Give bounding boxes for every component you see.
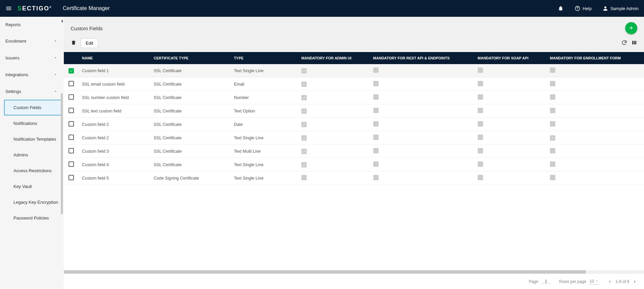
refresh-button[interactable] [621,40,627,47]
sidebar-item-enrollment[interactable]: Enrollment [0,33,64,49]
row-checkbox[interactable] [69,161,74,167]
plus-icon [628,25,634,32]
sidebar-item-label: Notifications [13,121,37,126]
sidebar-collapse-button[interactable] [60,19,64,23]
page-input[interactable] [541,279,551,284]
row-checkbox[interactable] [69,68,74,74]
mandatory-indicator [550,121,555,127]
sidebar-subitem-notifications[interactable]: Notifications [0,115,64,131]
table-row[interactable]: Custom field 1SSL CertificateText Single… [64,64,644,78]
table-row[interactable]: Custom field 3SSL CertificateText Multi … [64,145,644,158]
table-row[interactable]: Custom field 5Code Signing CertificateTe… [64,172,644,185]
col-mandatory-rest[interactable]: MANDATORY FOR REST API & ENDPOINTS [370,52,474,64]
chevron-down-icon [52,55,58,61]
cell-mandatory-admin [298,118,370,131]
mandatory-indicator [301,149,307,154]
sidebar-item-label: Settings [5,89,21,94]
sidebar-subitem-notification-templates[interactable]: Notification Templates [0,131,64,147]
sidebar-item-integrations[interactable]: Integrations [0,66,64,83]
sidebar-subitem-key-vault[interactable]: Key Vault [0,179,64,194]
mandatory-indicator [373,67,379,73]
row-checkbox[interactable] [69,148,74,153]
sidebar: Reports Enrollment Issuers Integrations … [0,17,64,289]
col-mandatory-admin[interactable]: MANDATORY FOR ADMIN UI [298,52,370,64]
mandatory-indicator [478,135,483,140]
cell-cert-type: SSL Certificate [151,158,231,172]
row-checkbox[interactable] [69,81,74,86]
table-row[interactable]: Custom field 2SSL CertificateText Single… [64,131,644,145]
mandatory-indicator [301,108,307,114]
col-mandatory-soap[interactable]: MANDATORY FOR SOAP API [474,52,547,64]
prev-page-button[interactable] [607,279,612,284]
table-row[interactable]: SSL email custom fieldSSL CertificateEma… [64,78,644,91]
cell-mandatory-rest [370,78,474,91]
col-name[interactable]: NAME [79,52,151,64]
row-checkbox[interactable] [69,135,74,140]
horizontal-scrollbar-track[interactable] [64,270,644,274]
cell-mandatory-enroll [547,118,644,131]
columns-button[interactable] [631,40,637,47]
cell-mandatory-soap [474,104,547,118]
mandatory-indicator [373,161,379,167]
row-checkbox[interactable] [69,94,74,100]
mandatory-indicator [373,175,379,180]
sidebar-subitem-admins[interactable]: Admins [0,147,64,163]
col-mandatory-enroll[interactable]: MANDATORY FOR ENROLLMENT FORM [547,52,644,64]
sidebar-item-reports[interactable]: Reports [0,17,64,33]
svg-rect-4 [634,41,635,45]
sidebar-item-label: Access Restrictions [13,168,51,173]
hamburger-menu-button[interactable] [5,5,12,12]
cell-mandatory-soap [474,158,547,172]
cell-mandatory-enroll [547,78,644,91]
cell-name: SSL text custom field [79,104,151,118]
sidebar-subitem-password-policies[interactable]: Password Policies [0,210,64,226]
rows-per-page-select[interactable]: 10 [589,278,599,285]
row-checkbox[interactable] [69,108,74,113]
page-title: Custom Fields [71,26,625,31]
notifications-button[interactable] [558,5,564,11]
cell-cert-type: Code Signing Certificate [151,172,231,185]
col-type[interactable]: TYPE [230,52,298,64]
sidebar-item-label: Issuers [5,55,19,60]
user-menu-button[interactable]: Sample Admin [602,5,639,11]
sidebar-subitem-legacy-key-encryption[interactable]: Legacy Key Encryption [0,194,64,210]
col-cert-type[interactable]: CERTIFICATE TYPE [151,52,231,64]
table-row[interactable]: SSL text custom fieldSSL CertificateText… [64,104,644,118]
table-row[interactable]: SSL number custom fieldSSL CertificateNu… [64,91,644,104]
mandatory-indicator [373,135,379,140]
sidebar-subitem-custom-fields[interactable]: Custom Fields [4,100,62,115]
horizontal-scrollbar-thumb[interactable] [64,270,586,274]
sidebar-item-label: Key Vault [13,184,32,189]
cell-mandatory-soap [474,131,547,145]
sidebar-item-label: Custom Fields [13,105,41,110]
delete-button[interactable] [71,40,77,47]
cell-mandatory-admin [298,131,370,145]
mandatory-indicator [301,175,307,180]
refresh-icon [621,40,627,47]
sidebar-item-issuers[interactable]: Issuers [0,49,64,66]
cell-mandatory-admin [298,158,370,172]
sidebar-item-settings[interactable]: Settings [0,83,64,100]
next-page-button[interactable] [633,279,637,284]
row-checkbox[interactable] [69,175,74,180]
cell-cert-type: SSL Certificate [151,104,231,118]
sidebar-scrollbar[interactable] [61,93,63,214]
cell-cert-type: SSL Certificate [151,78,231,91]
range-text: 1-9 of 9 [615,279,629,284]
cell-cert-type: SSL Certificate [151,145,231,158]
mandatory-indicator [301,95,307,100]
table-container: NAME CERTIFICATE TYPE TYPE MANDATORY FOR… [64,52,644,270]
cell-mandatory-admin [298,64,370,78]
table-row[interactable]: Custom field 2SSL CertificateDate [64,118,644,131]
add-button[interactable] [625,22,637,34]
sidebar-subitem-access-restrictions[interactable]: Access Restrictions [0,163,64,179]
cell-mandatory-admin [298,104,370,118]
mandatory-indicator [301,122,307,127]
mandatory-indicator [373,94,379,100]
help-button[interactable]: Help [574,5,592,11]
cell-mandatory-rest [370,131,474,145]
table-row[interactable]: Custom field 4SSL CertificateText Single… [64,158,644,172]
edit-button[interactable]: Edit [81,38,98,48]
cell-mandatory-admin [298,91,370,104]
row-checkbox[interactable] [69,121,74,127]
